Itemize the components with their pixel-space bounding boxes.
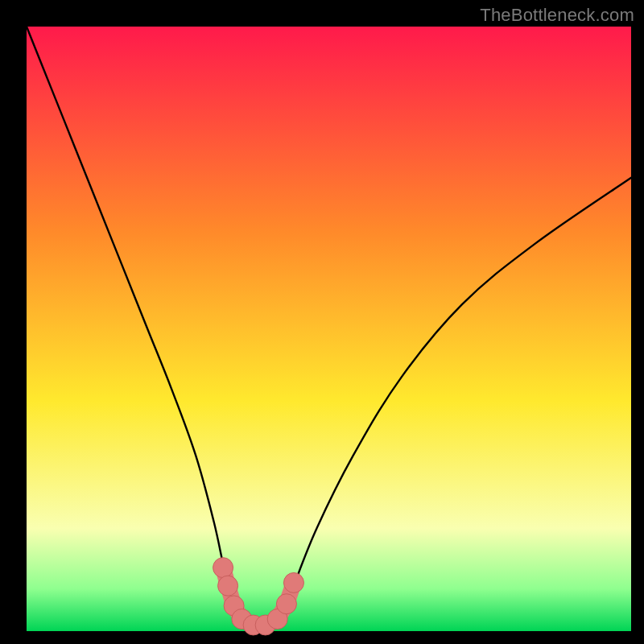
chart-frame: { "watermark": "TheBottleneck.com", "col… [0, 0, 644, 644]
optimal-marker [276, 594, 296, 614]
optimal-marker [218, 576, 238, 596]
optimal-marker [213, 558, 233, 578]
bottleneck-chart [0, 0, 644, 644]
watermark-text: TheBottleneck.com [480, 5, 634, 26]
optimal-marker [283, 572, 303, 592]
plot-background [27, 27, 631, 631]
